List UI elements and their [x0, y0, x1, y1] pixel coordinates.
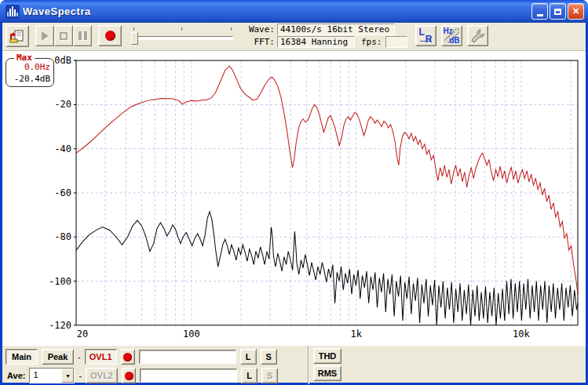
pause-icon [79, 31, 87, 40]
transport-group [35, 25, 92, 46]
ovl2-toggle-button[interactable]: OVL2 [86, 368, 118, 383]
bottom-control-bar: Main Peak - OVL1 L S Ave: 1 ▼ - OV [2, 345, 586, 384]
average-count-value: 1 [30, 369, 61, 383]
wave-label: Wave: [243, 24, 277, 35]
play-button[interactable] [35, 25, 54, 46]
main-toggle-button[interactable]: Main [5, 349, 38, 365]
max-level-value: -20.4dB [6, 73, 50, 85]
app-icon [5, 5, 20, 19]
ovl1-save-button[interactable]: S [261, 349, 277, 365]
rms-button[interactable]: RMS [313, 365, 341, 381]
slider-groove [133, 36, 233, 40]
pause-button[interactable] [73, 25, 92, 46]
wavespectra-window: WaveSpectra ✕ [0, 0, 588, 385]
max-readout-title: Max [14, 53, 35, 63]
spectrum-plot[interactable]: 0dB-20-40-60-80-100-120201001k10k [2, 51, 586, 345]
ovl2-record-icon [125, 372, 133, 380]
wave-format-field: 44100s/s 16bit Stereo [277, 24, 395, 35]
ovl1-toggle-button[interactable]: OVL1 [85, 349, 117, 365]
settings-wrench-icon [469, 27, 486, 44]
svg-text:-20: -20 [54, 99, 71, 110]
close-icon: ✕ [572, 6, 579, 16]
minimize-button[interactable] [531, 3, 548, 20]
ovl2-name-field[interactable] [140, 369, 237, 383]
svg-text:-100: -100 [49, 275, 71, 286]
channel-lr-button[interactable]: L R [415, 25, 436, 46]
fps-field [385, 36, 407, 48]
fft-label: FFT: [243, 37, 277, 47]
window-title: WaveSpectra [23, 5, 530, 17]
slider-thumb[interactable] [131, 32, 138, 45]
slider-tick [231, 27, 232, 31]
db-letter: dB [449, 36, 459, 45]
average-label: Ave: [5, 371, 25, 380]
peak-toggle-button[interactable]: Peak [42, 349, 74, 365]
trace-controls: Main Peak - OVL1 L S Ave: 1 ▼ - OV [2, 346, 309, 384]
slider-tick [181, 27, 182, 31]
spectrum-panel: Max 0.0Hz -20.4dB 0dB-20-40-60-80-100-12… [2, 51, 586, 345]
fft-settings-field: 16384 Hanning [277, 36, 355, 48]
max-readout-box: Max 0.0Hz -20.4dB [5, 58, 54, 87]
svg-text:-120: -120 [49, 320, 71, 331]
measure-buttons: THD RMS [309, 346, 341, 384]
right-channel-letter: R [425, 34, 433, 45]
record-button[interactable] [98, 25, 122, 46]
combobox-dropdown-button[interactable]: ▼ [61, 369, 74, 383]
position-slider[interactable] [131, 26, 235, 46]
svg-text:20: 20 [77, 329, 88, 340]
slider-tick [133, 27, 134, 31]
svg-text:100: 100 [183, 329, 200, 340]
record-icon [105, 31, 115, 41]
open-file-button[interactable] [5, 25, 29, 47]
close-button[interactable]: ✕ [568, 3, 584, 20]
title-bar: WaveSpectra ✕ [0, 0, 588, 23]
ovl1-load-button[interactable]: L [240, 349, 257, 365]
thd-button[interactable]: THD [313, 348, 341, 364]
toolbar: Wave: 44100s/s 16bit Stereo FFT: 16384 H… [2, 23, 586, 51]
fps-label: fps: [355, 37, 384, 47]
ovl2-record-button[interactable] [122, 368, 136, 383]
dash-separator: - [78, 352, 81, 361]
svg-text:1k: 1k [351, 329, 363, 340]
ovl2-load-button[interactable]: L [241, 368, 257, 383]
chevron-down-icon: ▼ [65, 373, 71, 379]
client-area: Wave: 44100s/s 16bit Stereo FFT: 16384 H… [2, 23, 586, 383]
ovl2-save-button[interactable]: S [261, 368, 278, 383]
svg-text:-80: -80 [54, 231, 71, 242]
svg-text:-40: -40 [54, 143, 71, 154]
average-count-combobox[interactable]: 1 ▼ [29, 368, 75, 383]
maximize-button[interactable] [550, 3, 566, 20]
svg-text:10k: 10k [513, 329, 530, 340]
max-frequency-value: 0.0Hz [6, 61, 50, 73]
ovl1-record-icon [123, 353, 132, 361]
minimize-icon [537, 14, 543, 16]
hz-letter: Hz [444, 27, 453, 35]
stream-info: Wave: 44100s/s 16bit Stereo FFT: 16384 H… [243, 24, 407, 48]
open-file-icon [9, 28, 25, 44]
settings-button[interactable] [467, 25, 488, 46]
ovl1-record-button[interactable] [121, 349, 135, 365]
maximize-icon [554, 9, 561, 15]
hz-db-scale-button[interactable]: Hz dB [441, 25, 462, 46]
dash-separator: - [79, 371, 82, 380]
ovl1-name-field[interactable] [139, 350, 236, 364]
stop-icon [60, 32, 68, 40]
stop-button[interactable] [54, 25, 73, 46]
svg-text:-60: -60 [54, 187, 71, 198]
svg-text:0dB: 0dB [54, 55, 71, 66]
play-icon [42, 31, 49, 41]
